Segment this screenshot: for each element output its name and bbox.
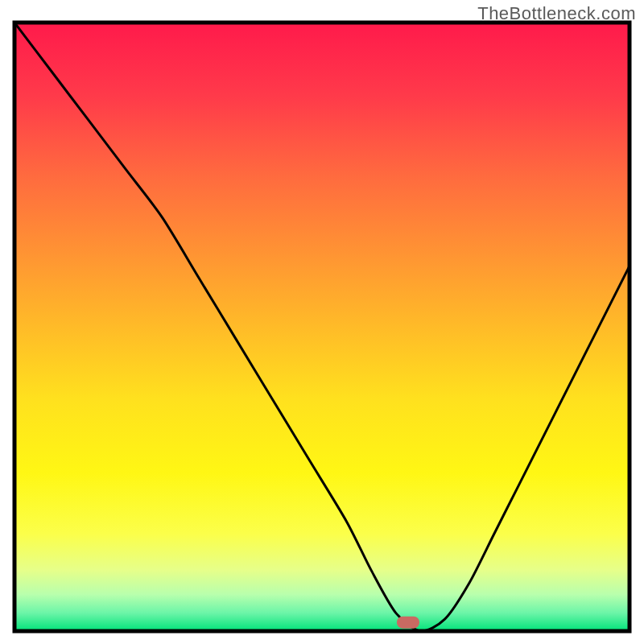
chart-stage: TheBottleneck.com bbox=[0, 0, 644, 644]
gradient-background bbox=[14, 23, 630, 631]
optimum-marker bbox=[397, 617, 419, 629]
bottleneck-chart bbox=[0, 0, 644, 644]
plot-area bbox=[14, 23, 630, 631]
